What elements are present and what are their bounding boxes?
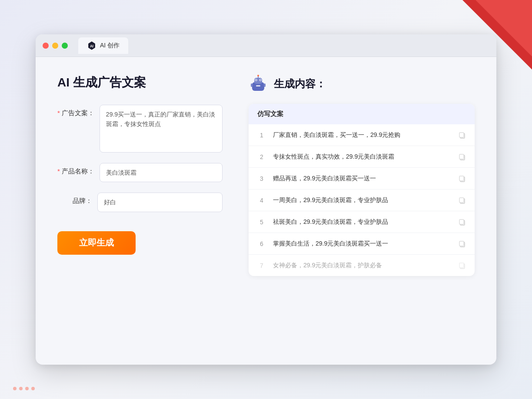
right-header: 生成内容： (249, 74, 475, 93)
ad-copy-field[interactable]: 29.9买一送一，真正的厂家直销，美白淡斑霜，专抹女性斑点 (100, 105, 223, 153)
result-row: 4 一周美白，29.9元美白淡斑霜，专业护肤品 (249, 190, 475, 211)
copy-icon[interactable] (458, 131, 466, 139)
brand-label: 品牌： (57, 193, 92, 205)
tab-ai-creation[interactable]: AI AI 创作 (78, 37, 128, 54)
deco-bottom-left (13, 387, 35, 390)
ai-tab-icon: AI (87, 41, 96, 50)
form-group-brand: 品牌： (57, 193, 223, 212)
result-row: 1 厂家直销，美白淡斑霜，买一送一，29.9元抢购 (249, 124, 475, 146)
svg-rect-14 (459, 133, 464, 137)
result-text: 掌握美白生活，29.9元美白淡斑霜买一送一 (273, 239, 451, 248)
traffic-light-green[interactable] (62, 43, 68, 49)
deco-triangle-2 (475, 0, 532, 57)
copy-icon[interactable] (458, 153, 466, 161)
result-text: 厂家直销，美白淡斑霜，买一送一，29.9元抢购 (273, 130, 451, 140)
result-text: 专抹女性斑点，真实功效，29.9元美白淡斑霜 (273, 152, 451, 161)
svg-rect-16 (459, 154, 464, 159)
left-panel: AI 生成广告文案 广告文案： 29.9买一送一，真正的厂家直销，美白淡斑霜，专… (57, 74, 223, 347)
svg-rect-10 (256, 85, 260, 86)
result-row: 7 女神必备，29.9元美白淡斑霜，护肤必备 (249, 255, 475, 276)
results-container: 仿写文案 1 厂家直销，美白淡斑霜，买一送一，29.9元抢购 2 专抹女性斑点，… (249, 104, 475, 276)
deco-dot-1 (13, 387, 17, 390)
copy-icon[interactable] (458, 240, 466, 248)
deco-dot-2 (19, 387, 23, 390)
result-number: 6 (257, 240, 266, 247)
result-number: 1 (257, 132, 266, 139)
title-bar: AI AI 创作 (36, 34, 496, 57)
brand-field[interactable] (97, 193, 223, 212)
result-number: 4 (257, 197, 266, 204)
copy-icon[interactable] (458, 262, 466, 269)
result-text: 祛斑美白，29.9元美白淡斑霜，专业护肤品 (273, 217, 451, 226)
result-row: 3 赠品再送，29.9元美白淡斑霜买一送一 (249, 168, 475, 190)
svg-rect-11 (251, 83, 253, 87)
right-panel-title: 生成内容： (274, 77, 326, 91)
generate-button[interactable]: 立即生成 (57, 231, 136, 255)
copy-icon[interactable] (458, 196, 466, 204)
browser-window: AI AI 创作 AI 生成广告文案 广告文案： 29.9买一送一，真正的厂家直… (36, 34, 496, 365)
main-content: AI 生成广告文案 广告文案： 29.9买一送一，真正的厂家直销，美白淡斑霜，专… (36, 57, 496, 365)
copy-icon[interactable] (458, 218, 466, 226)
right-panel: 生成内容： 仿写文案 1 厂家直销，美白淡斑霜，买一送一，29.9元抢购 2 专… (249, 74, 475, 347)
results-header: 仿写文案 (249, 104, 475, 124)
copy-icon[interactable] (458, 175, 466, 183)
product-name-field[interactable] (100, 163, 223, 182)
svg-rect-20 (459, 198, 464, 203)
result-row: 2 专抹女性斑点，真实功效，29.9元美白淡斑霜 (249, 146, 475, 168)
result-text: 赠品再送，29.9元美白淡斑霜买一送一 (273, 174, 451, 183)
ad-copy-label: 广告文案： (57, 105, 94, 117)
svg-point-7 (260, 80, 261, 80)
traffic-light-red[interactable] (43, 43, 49, 49)
deco-dot-3 (25, 387, 29, 390)
page-title: AI 生成广告文案 (57, 74, 223, 91)
traffic-lights (43, 43, 68, 49)
svg-rect-26 (459, 263, 464, 268)
traffic-light-yellow[interactable] (52, 43, 58, 49)
result-text: 女神必备，29.9元美白淡斑霜，护肤必备 (273, 261, 451, 270)
ai-robot-icon (249, 74, 268, 93)
form-group-ad-copy: 广告文案： 29.9买一送一，真正的厂家直销，美白淡斑霜，专抹女性斑点 (57, 105, 223, 153)
svg-rect-18 (459, 176, 464, 181)
result-row: 5 祛斑美白，29.9元美白淡斑霜，专业护肤品 (249, 211, 475, 233)
result-number: 3 (257, 175, 266, 182)
svg-text:AI: AI (90, 44, 93, 48)
result-number: 5 (257, 219, 266, 226)
result-text: 一周美白，29.9元美白淡斑霜，专业护肤品 (273, 196, 451, 205)
svg-point-6 (256, 80, 256, 80)
result-row: 6 掌握美白生活，29.9元美白淡斑霜买一送一 (249, 233, 475, 255)
svg-rect-12 (264, 83, 266, 87)
form-group-product-name: 产品名称： (57, 163, 223, 182)
result-number: 7 (257, 262, 266, 269)
svg-rect-24 (459, 241, 464, 246)
svg-point-9 (257, 75, 259, 76)
tab-label: AI 创作 (100, 42, 120, 50)
product-name-label: 产品名称： (57, 163, 94, 176)
svg-rect-22 (459, 219, 464, 224)
deco-dot-4 (31, 387, 35, 390)
results-list: 1 厂家直销，美白淡斑霜，买一送一，29.9元抢购 2 专抹女性斑点，真实功效，… (249, 124, 475, 276)
result-number: 2 (257, 153, 266, 160)
